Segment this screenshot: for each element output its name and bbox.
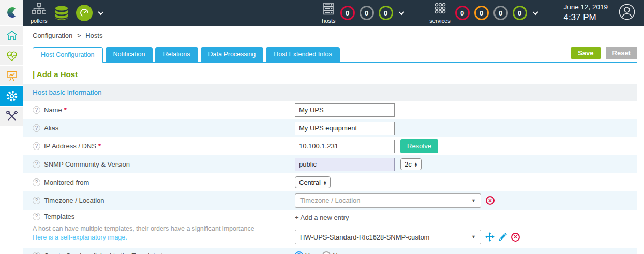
timezone-select[interactable]: Timezone / Location ▼ xyxy=(295,193,481,208)
sidebar xyxy=(0,0,23,254)
section-host-basic-information: Host basic information xyxy=(23,84,637,101)
monitored-from-row: ? Monitored from Central ▲▼ xyxy=(23,173,637,191)
clock: June 12, 2019 4:37 PM xyxy=(563,3,608,23)
template-value: HW-UPS-Standard-Rfc1628-SNMP-custom xyxy=(300,233,471,241)
ip-label: IP Address / DNS xyxy=(44,142,96,150)
help-icon[interactable]: ? xyxy=(33,160,40,168)
dropdown-arrow-icon: ▼ xyxy=(471,198,476,203)
breadcrumb-hosts[interactable]: Hosts xyxy=(85,32,102,39)
help-icon[interactable]: ? xyxy=(33,252,40,254)
services-critical-badge[interactable]: 0 xyxy=(455,6,470,20)
user-avatar-icon[interactable] xyxy=(618,3,636,23)
main-content: Configuration > Hosts Host Configuration… xyxy=(23,26,644,254)
edit-template-icon[interactable] xyxy=(499,233,507,241)
current-time: 4:37 PM xyxy=(563,12,608,23)
ip-input[interactable] xyxy=(295,140,395,153)
required-asterisk: * xyxy=(98,142,101,150)
tab-host-configuration[interactable]: Host Configuration xyxy=(33,47,103,63)
hosts-status-menu[interactable]: hosts xyxy=(322,3,335,24)
hosts-up-badge[interactable]: 0 xyxy=(379,6,393,20)
services-warning-badge[interactable]: 0 xyxy=(474,6,489,20)
create-services-label: Create Services linked to the Template t… xyxy=(44,252,170,254)
help-icon[interactable]: ? xyxy=(33,178,40,186)
pollers-label: pollers xyxy=(31,18,47,24)
alias-row: ? Alias xyxy=(23,119,637,137)
alias-input[interactable] xyxy=(295,122,395,135)
breadcrumb-separator: > xyxy=(77,32,81,39)
sidebar-item-administration[interactable] xyxy=(0,107,23,126)
timezone-label: Timezone / Location xyxy=(44,197,104,204)
templates-label: Templates xyxy=(44,213,74,220)
template-select[interactable]: HW-UPS-Standard-Rfc1628-SNMP-custom ▼ xyxy=(295,230,481,244)
breadcrumb-configuration[interactable]: Configuration xyxy=(33,32,72,39)
templates-example-link[interactable]: Here is a self-explanatory image. xyxy=(33,234,295,241)
select-stepper-icon: ▲▼ xyxy=(323,180,326,185)
sidebar-item-configuration[interactable] xyxy=(0,86,23,106)
services-icon xyxy=(433,3,447,17)
ip-row: ? IP Address / DNS * Resolve xyxy=(23,137,637,155)
pollers-menu[interactable]: pollers xyxy=(31,3,47,24)
centreon-logo[interactable] xyxy=(0,0,23,25)
help-icon[interactable]: ? xyxy=(33,106,40,114)
help-icon[interactable]: ? xyxy=(33,213,40,220)
snmp-version-value: 2c xyxy=(405,160,412,168)
help-icon[interactable]: ? xyxy=(33,197,40,204)
resolve-button[interactable]: Resolve xyxy=(400,139,438,153)
help-icon[interactable]: ? xyxy=(33,124,40,132)
templates-row: ? Templates A host can have multiple tem… xyxy=(23,210,637,248)
services-chevron-down-icon[interactable] xyxy=(532,9,538,15)
form-rows: ? Name * ? Alias ? IP Address / DNS * Re… xyxy=(23,101,637,254)
poller-chevron-down-icon[interactable] xyxy=(98,9,104,15)
monitored-from-value: Central xyxy=(299,178,321,186)
tab-data-processing[interactable]: Data Processing xyxy=(201,47,264,62)
monitored-from-select[interactable]: Central ▲▼ xyxy=(295,176,331,188)
snmp-community-input[interactable] xyxy=(295,158,395,171)
reset-button[interactable]: Reset xyxy=(606,47,637,59)
move-template-icon[interactable] xyxy=(485,232,495,242)
help-icon[interactable]: ? xyxy=(33,142,40,150)
breadcrumb: Configuration > Hosts xyxy=(23,26,644,40)
database-status-icon[interactable] xyxy=(53,5,70,21)
snmp-row: ? SNMP Community & Version 2c ▲▼ xyxy=(23,155,637,173)
hosts-down-badge[interactable]: 0 xyxy=(340,6,355,20)
hosts-unreachable-badge[interactable]: 0 xyxy=(360,6,374,20)
services-ok-badge[interactable]: 0 xyxy=(513,6,527,20)
pollers-icon xyxy=(32,3,46,17)
snmp-label: SNMP Community & Version xyxy=(44,160,130,168)
monitored-from-label: Monitored from xyxy=(44,178,89,186)
snmp-version-select[interactable]: 2c ▲▼ xyxy=(400,158,422,170)
divider xyxy=(295,225,637,225)
services-status-menu[interactable]: services xyxy=(429,3,450,24)
top-bar: pollers hosts 0 0 0 xyxy=(23,0,644,26)
gauge-status-icon[interactable] xyxy=(76,5,93,21)
create-services-row: ? Create Services linked to the Template… xyxy=(23,248,637,254)
timezone-row: ? Timezone / Location Timezone / Locatio… xyxy=(23,191,637,210)
services-label: services xyxy=(429,18,450,24)
templates-hint: A host can have multiple templates, thei… xyxy=(33,225,276,232)
current-date: June 12, 2019 xyxy=(563,3,608,12)
name-input[interactable] xyxy=(295,103,395,117)
yes-label: Yes xyxy=(305,252,316,254)
delete-template-icon[interactable]: × xyxy=(511,233,520,242)
required-asterisk: * xyxy=(64,106,67,114)
timezone-placeholder: Timezone / Location xyxy=(300,197,471,204)
hosts-icon xyxy=(322,3,335,17)
add-template-entry-link[interactable]: + Add a new entry xyxy=(295,213,637,225)
create-services-yes-radio[interactable] xyxy=(295,251,303,254)
name-row: ? Name * xyxy=(23,101,637,119)
page-title: | Add a Host xyxy=(23,63,644,84)
dropdown-arrow-icon: ▼ xyxy=(471,234,476,240)
timezone-clear-icon[interactable]: × xyxy=(486,196,495,205)
tab-notification[interactable]: Notification xyxy=(106,47,153,62)
services-unknown-badge[interactable]: 0 xyxy=(493,6,508,20)
select-stepper-icon: ▲▼ xyxy=(414,162,417,167)
create-services-no-radio[interactable] xyxy=(322,251,331,254)
save-button[interactable]: Save xyxy=(571,47,600,59)
sidebar-item-reporting[interactable] xyxy=(0,66,23,85)
tab-relations[interactable]: Relations xyxy=(155,47,198,62)
tab-host-extended-infos[interactable]: Host Extended Infos xyxy=(266,47,340,62)
sidebar-item-home[interactable] xyxy=(0,26,23,45)
alias-label: Alias xyxy=(44,124,58,132)
sidebar-item-monitoring[interactable] xyxy=(0,46,23,65)
hosts-chevron-down-icon[interactable] xyxy=(398,9,404,15)
